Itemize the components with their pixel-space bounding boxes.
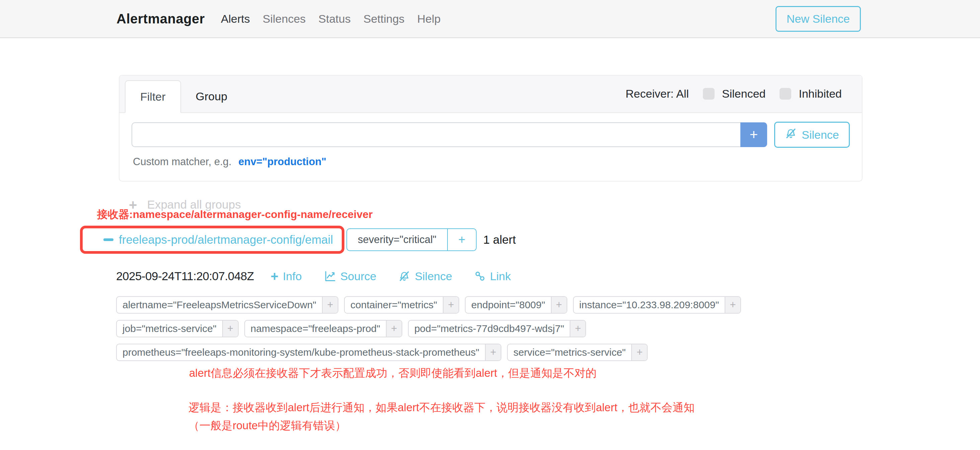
alert-info-label: Info bbox=[283, 270, 302, 283]
group-receiver-toggle[interactable]: freeleaps-prod/alertmanager-config/email bbox=[119, 233, 333, 246]
alert-group-header: freeleaps-prod/alertmanager-config/email… bbox=[80, 226, 516, 254]
silenced-checkbox-label: Silenced bbox=[722, 87, 765, 100]
annotation-note-block: 逻辑是：接收器收到alert后进行通知，如果alert不在接收器下，说明接收器没… bbox=[188, 399, 695, 435]
alert-source-link[interactable]: Source bbox=[324, 270, 377, 283]
annotation-note-2: 逻辑是：接收器收到alert后进行通知，如果alert不在接收器下，说明接收器没… bbox=[188, 399, 695, 417]
inhibited-checkbox-label: Inhibited bbox=[799, 87, 842, 100]
tab-filter[interactable]: Filter bbox=[125, 80, 181, 113]
chart-icon bbox=[324, 270, 336, 282]
receiver-filter-dropdown[interactable]: Receiver: All bbox=[625, 87, 689, 100]
group-alert-count: 1 alert bbox=[483, 233, 516, 246]
minus-icon bbox=[103, 238, 113, 241]
label-chip-prometheus: prometheus="freeleaps-monitoring-system/… bbox=[116, 344, 501, 361]
add-group-matcher-button[interactable]: + bbox=[447, 229, 476, 250]
alert-silence-button[interactable]: Silence bbox=[398, 270, 452, 283]
label-text: pod="metrics-77d9cdb497-wdsj7" bbox=[409, 321, 570, 337]
add-label-filter-button[interactable]: + bbox=[443, 297, 458, 313]
add-label-filter-button[interactable]: + bbox=[725, 297, 740, 313]
silence-filter-button-label: Silence bbox=[802, 128, 839, 141]
filter-tabs: Filter Group bbox=[125, 75, 242, 112]
label-chip-alertname: alertname="FreeleapsMetricsServiceDown" … bbox=[116, 296, 338, 314]
label-text: container="metrics" bbox=[345, 297, 443, 313]
add-label-filter-button[interactable]: + bbox=[570, 321, 585, 337]
alert-labels: alertname="FreeleapsMetricsServiceDown" … bbox=[116, 296, 741, 361]
label-chip-endpoint: endpoint="8009" + bbox=[465, 296, 567, 314]
add-label-filter-button[interactable]: + bbox=[322, 297, 338, 313]
alert-row-header: 2025-09-24T11:20:07.048Z + Info Source bbox=[116, 269, 511, 283]
group-matcher-text: severity="critical" bbox=[347, 229, 447, 250]
silenced-checkbox[interactable] bbox=[703, 88, 714, 100]
new-silence-button[interactable]: New Silence bbox=[775, 6, 861, 32]
add-label-filter-button[interactable]: + bbox=[222, 321, 238, 337]
add-label-filter-button[interactable]: + bbox=[386, 321, 402, 337]
add-matcher-button[interactable]: + bbox=[740, 122, 767, 147]
app-brand: Alertmanager bbox=[116, 11, 205, 26]
label-chip-service: service="metrics-service" + bbox=[507, 344, 648, 361]
label-text: endpoint="8009" bbox=[466, 297, 551, 313]
alert-link-label: Link bbox=[490, 270, 511, 283]
inhibited-checkbox-group[interactable]: Inhibited bbox=[780, 87, 842, 100]
matcher-hint: Custom matcher, e.g. env="production" bbox=[132, 156, 850, 168]
navbar: Alertmanager Alerts Silences Status Sett… bbox=[0, 0, 980, 38]
annotation-highlight-box[interactable]: freeleaps-prod/alertmanager-config/email bbox=[80, 226, 344, 254]
tab-group[interactable]: Group bbox=[181, 80, 242, 112]
link-icon bbox=[474, 271, 486, 282]
filter-card-header: Filter Group Receiver: All Silenced Inhi… bbox=[119, 76, 862, 113]
alert-info-button[interactable]: + Info bbox=[271, 270, 302, 283]
inhibited-checkbox[interactable] bbox=[780, 88, 791, 100]
label-text: service="metrics-service" bbox=[508, 344, 632, 360]
add-label-filter-button[interactable]: + bbox=[631, 344, 647, 360]
matcher-input-row: + Silence bbox=[132, 122, 850, 148]
label-text: job="metrics-service" bbox=[117, 321, 222, 337]
label-text: prometheus="freeleaps-monitoring-system/… bbox=[117, 344, 485, 360]
label-row: job="metrics-service" + namespace="freel… bbox=[116, 320, 741, 338]
label-chip-container: container="metrics" + bbox=[344, 296, 459, 314]
bell-slash-icon bbox=[785, 127, 797, 142]
label-chip-namespace: namespace="freeleaps-prod" + bbox=[244, 320, 402, 338]
filter-card-body: + Silence Custom matcher, e.g. env="prod… bbox=[119, 113, 862, 177]
silenced-checkbox-group[interactable]: Silenced bbox=[703, 87, 765, 100]
label-row: prometheus="freeleaps-monitoring-system/… bbox=[116, 344, 741, 361]
alert-actions: + Info Source Silence bbox=[271, 270, 511, 283]
label-row: alertname="FreeleapsMetricsServiceDown" … bbox=[116, 296, 741, 314]
alert-generator-link[interactable]: Link bbox=[474, 270, 511, 283]
annotation-receiver-note: 接收器:namespace/altermanager-config-name/r… bbox=[97, 207, 372, 222]
bell-slash-icon bbox=[398, 270, 410, 282]
label-chip-instance: instance="10.233.98.209:8009" + bbox=[573, 296, 741, 314]
silence-filter-button[interactable]: Silence bbox=[774, 122, 850, 148]
label-text: namespace="freeleaps-prod" bbox=[245, 321, 386, 337]
alert-silence-label: Silence bbox=[415, 270, 452, 283]
filter-header-controls: Receiver: All Silenced Inhibited bbox=[625, 75, 842, 112]
nav-item-settings[interactable]: Settings bbox=[363, 13, 405, 25]
matcher-hint-text: Custom matcher, e.g. bbox=[133, 156, 232, 168]
matcher-input[interactable] bbox=[132, 122, 740, 147]
nav-item-silences[interactable]: Silences bbox=[263, 13, 306, 25]
filter-card: Filter Group Receiver: All Silenced Inhi… bbox=[119, 75, 862, 182]
annotation-note-1: alert信息必须在接收器下才表示配置成功，否则即使能看到alert，但是通知是… bbox=[189, 366, 597, 381]
alert-source-label: Source bbox=[340, 270, 377, 283]
plus-icon: + bbox=[271, 271, 278, 282]
matcher-hint-example-link[interactable]: env="production" bbox=[238, 156, 326, 168]
group-matcher-chip: severity="critical" + bbox=[347, 228, 477, 251]
annotation-note-3: （一般是route中的逻辑有错误） bbox=[188, 417, 695, 435]
nav-item-status[interactable]: Status bbox=[318, 13, 350, 25]
alert-timestamp: 2025-09-24T11:20:07.048Z bbox=[116, 269, 254, 283]
label-chip-job: job="metrics-service" + bbox=[116, 320, 239, 338]
label-chip-pod: pod="metrics-77d9cdb497-wdsj7" + bbox=[408, 320, 586, 338]
label-text: alertname="FreeleapsMetricsServiceDown" bbox=[117, 297, 322, 313]
label-text: instance="10.233.98.209:8009" bbox=[574, 297, 725, 313]
add-label-filter-button[interactable]: + bbox=[485, 344, 501, 360]
add-label-filter-button[interactable]: + bbox=[551, 297, 566, 313]
nav-item-help[interactable]: Help bbox=[417, 13, 441, 25]
nav-item-alerts[interactable]: Alerts bbox=[221, 13, 250, 25]
